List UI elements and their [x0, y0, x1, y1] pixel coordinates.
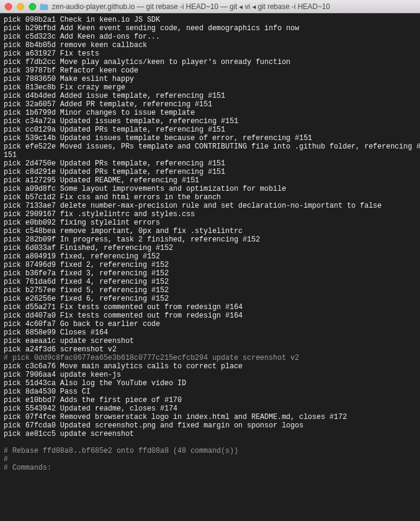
- rebase-line[interactable]: pick 7906aa4 update keen-js: [4, 371, 121, 379]
- rebase-line[interactable]: pick e10bbd7 Adds the first piece of #17…: [4, 396, 182, 404]
- rebase-line[interactable]: pick e0bb092 fixing stylelint errors: [4, 219, 160, 227]
- window-title: zen-audio-player.github.io — git rebase …: [52, 2, 415, 11]
- maximize-button[interactable]: [29, 3, 36, 10]
- rebase-line[interactable]: pick 1b6799d Minor changes to issue temp…: [4, 109, 195, 117]
- rebase-line[interactable]: pick d55a271 Fix tests commented out fro…: [4, 303, 243, 312]
- rebase-line[interactable]: pick b36fe7a fixed 3, referencing #152: [4, 269, 169, 278]
- rebase-line[interactable]: pick a804919 fixed, referencing #152: [4, 252, 160, 261]
- rebase-line[interactable]: pick 07f4fce Removed browserstack logo i…: [4, 413, 347, 421]
- close-button[interactable]: [5, 3, 12, 10]
- rebase-line[interactable]: pick 8b4b05d remove keen callback: [4, 41, 147, 50]
- rebase-line[interactable]: pick 4c60fa7 Go back to earlier code: [4, 320, 160, 328]
- rebase-line[interactable]: pick 761da6d fixed 4, referencing #152: [4, 278, 169, 286]
- minimize-button[interactable]: [17, 3, 24, 10]
- rebase-line[interactable]: pick a24f3d6 screenshot v2: [4, 345, 116, 354]
- rebase-comment: # Commands:: [4, 464, 51, 472]
- rebase-line[interactable]: pick 87496d9 fixed 2, referencing #152: [4, 261, 169, 269]
- rebase-line[interactable]: pick 539c14b Updated issues template bec…: [4, 134, 312, 142]
- rebase-line[interactable]: pick 39787bf Refactor keen code: [4, 66, 138, 75]
- rebase-line[interactable]: pick 51d43ca Also log the YouTube video …: [4, 379, 186, 388]
- rebase-line[interactable]: pick b29bfbd Add Keen event sending code…: [4, 24, 299, 33]
- rebase-line[interactable]: pick efe522e Moved issues, PRs template …: [4, 142, 420, 151]
- rebase-line[interactable]: pick f7db2cc Move play analytics/keen to…: [4, 58, 290, 66]
- rebase-line[interactable]: pick 7133ae7 delete number-max-precision…: [4, 202, 382, 210]
- rebase-line[interactable]: pick 32a6057 Added PR template, referenc…: [4, 100, 212, 109]
- rebase-line[interactable]: pick 813ec8b Fix crazy merge: [4, 83, 126, 92]
- rebase-line[interactable]: pick c5d323c Add Keen add-ons for...: [4, 33, 160, 41]
- traffic-lights: [5, 3, 36, 10]
- rebase-line[interactable]: pick c548bea remove important, 0px and f…: [4, 227, 243, 235]
- rebase-comment: # Rebase ffd08a8..bf685e2 onto ffd08a8 (…: [4, 447, 238, 455]
- rebase-line[interactable]: pick c34a72a Updated issues template, re…: [4, 117, 238, 126]
- rebase-line[interactable]: pick 6d033af Finished, referencing #152: [4, 244, 173, 252]
- window-titlebar: zen-audio-player.github.io — git rebase …: [0, 0, 420, 13]
- rebase-line[interactable]: pick c3c6a76 Move main analytics calls t…: [4, 362, 243, 371]
- folder-icon: [40, 3, 48, 10]
- rebase-line[interactable]: pick 2d4750e Updated PRs template, refer…: [4, 159, 225, 168]
- rebase-line[interactable]: pick 2909167 fix .stylelintrc and styles…: [4, 210, 195, 219]
- rebase-line[interactable]: pick 6858e99 Closes #164: [4, 328, 108, 337]
- rebase-line[interactable]: pick d4b4ded Added issue template, refer…: [4, 92, 225, 100]
- rebase-line[interactable]: pick 8da4530 Pass CI: [4, 388, 91, 396]
- rebase-comment: #: [4, 455, 8, 464]
- rebase-line[interactable]: pick c8d291e Updated PRs template, refer…: [4, 168, 225, 176]
- rebase-line[interactable]: pick eaeaa1c update screenshot: [4, 337, 134, 345]
- rebase-line[interactable]: pick b2757ee fixed 5, referencing #152: [4, 286, 169, 295]
- rebase-line[interactable]: # pick 0dd9c8fac0677ea65e3b618c0777c215e…: [4, 354, 299, 362]
- terminal-editor[interactable]: pick 098b2a1 Check in keen.io JS SDK pic…: [0, 13, 420, 521]
- rebase-line[interactable]: pick 282b09f In progress, task 2 finishe…: [4, 235, 260, 244]
- rebase-line[interactable]: pick a09d8fc Some layout improvements an…: [4, 185, 286, 193]
- rebase-line[interactable]: pick 67fcda0 Updated screenshot.png and …: [4, 421, 304, 430]
- rebase-line[interactable]: pick 098b2a1 Check in keen.io JS SDK: [4, 16, 160, 24]
- rebase-line[interactable]: pick cc0129a Updated PRs template, refer…: [4, 126, 225, 134]
- rebase-line[interactable]: pick e26256e fixed 6, referencing #152: [4, 295, 169, 303]
- rebase-line[interactable]: pick a127295 Updated README, referencing…: [4, 176, 199, 185]
- rebase-line[interactable]: 151: [4, 151, 17, 159]
- rebase-line[interactable]: pick b57c1d2 Fix css and html errors in …: [4, 193, 221, 202]
- rebase-line[interactable]: pick ae81cc5 update screenshot: [4, 430, 134, 438]
- rebase-line[interactable]: pick 5543942 Updated readme, closes #174: [4, 404, 177, 413]
- rebase-line[interactable]: pick a631927 Fix tests: [4, 50, 99, 58]
- rebase-line[interactable]: pick 7883650 Make eslint happy: [4, 75, 134, 83]
- rebase-line[interactable]: pick dd407a0 Fix tests commented out fro…: [4, 312, 243, 320]
